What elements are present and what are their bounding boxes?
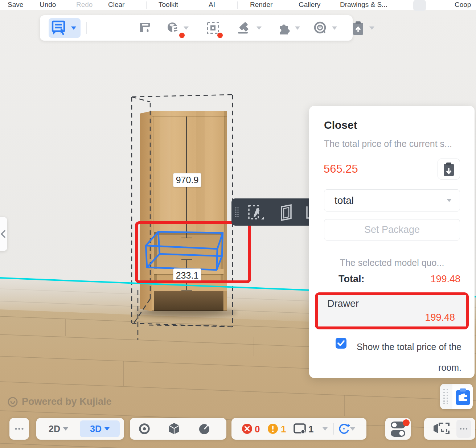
ellipsis-icon xyxy=(460,428,468,430)
menu-divider xyxy=(237,1,238,9)
chevron-down-icon[interactable] xyxy=(350,427,355,431)
menu-item-render[interactable]: Render xyxy=(250,1,272,9)
selection-total-row: Total: 199.48 xyxy=(324,274,460,285)
chevron-left-icon xyxy=(1,230,6,238)
chevron-down-icon xyxy=(71,26,76,30)
globe-sync-icon xyxy=(166,21,181,35)
menu-item-save[interactable]: Save xyxy=(8,1,23,9)
kujiale-logo-icon xyxy=(7,396,18,407)
screen-count: 1 xyxy=(308,424,313,435)
menu-item-ai[interactable]: AI xyxy=(209,1,215,9)
total-label: Total: xyxy=(338,274,364,285)
mode-2d-label: 2D xyxy=(49,424,60,434)
quote-clipboard-icon xyxy=(456,388,470,405)
chevron-down-icon xyxy=(295,26,300,30)
drag-handle-icon[interactable] xyxy=(234,207,239,218)
more-options-button[interactable] xyxy=(9,418,29,440)
annotate-select-button[interactable] xyxy=(49,18,81,38)
paint-roller-icon xyxy=(138,21,152,35)
app-window: Powered by Kujiale 970.9 233.1 xyxy=(0,0,476,448)
drag-handle[interactable] xyxy=(440,384,452,409)
total-value: 199.48 xyxy=(430,274,460,285)
mode-3d-button[interactable]: 3D xyxy=(80,420,120,437)
capture-bar xyxy=(424,418,475,440)
annotate-select-icon xyxy=(51,20,67,36)
screen-sync-icon[interactable] xyxy=(293,423,307,435)
panel-total-price: 565.25 xyxy=(324,163,358,176)
clipboard-download-icon xyxy=(442,161,455,177)
dial-target-icon xyxy=(313,21,327,35)
menu-item-undo[interactable]: Undo xyxy=(40,1,56,9)
mode-2d-button[interactable]: 2D xyxy=(49,418,68,440)
annotation-box-canvas xyxy=(135,221,251,283)
notification-badge xyxy=(179,33,185,38)
chevron-down-icon[interactable] xyxy=(323,427,328,431)
chevron-down-icon xyxy=(104,427,110,431)
chevron-down-icon xyxy=(447,199,452,202)
paint-roller-button[interactable] xyxy=(138,15,152,41)
show-room-price-label: Show the total price of the room. xyxy=(345,337,461,378)
set-package-label: Set Package xyxy=(364,224,420,235)
watermark-text: Powered by Kujiale xyxy=(22,396,112,407)
error-count: 0 xyxy=(255,424,260,435)
check-icon xyxy=(336,338,346,349)
ellipsis-icon xyxy=(15,427,24,430)
show-room-price-checkbox[interactable] xyxy=(336,338,346,349)
quote-clipboard-button[interactable] xyxy=(438,159,460,180)
edit-component-icon[interactable] xyxy=(247,204,265,221)
error-count-icon[interactable] xyxy=(242,423,253,434)
quote-panel-button[interactable] xyxy=(440,384,473,409)
selected-model-note: The selected model quo... xyxy=(324,258,460,268)
menu-item-clear[interactable]: Clear xyxy=(108,1,124,9)
sync-refresh-icon[interactable] xyxy=(338,423,350,435)
screen-record-icon[interactable] xyxy=(433,422,450,436)
context-toolbar xyxy=(231,198,313,226)
chevron-down-icon xyxy=(257,26,262,30)
line-item-row[interactable]: Drawer 199.48 xyxy=(318,295,466,326)
quote-scope-select[interactable]: total xyxy=(324,189,460,211)
closet-detail-panel: Closet The total price of the current s.… xyxy=(309,106,475,378)
chevron-down-icon xyxy=(332,26,337,30)
toggles-button[interactable] xyxy=(385,418,411,440)
line-item-name: Drawer xyxy=(327,298,359,309)
issues-status-bar: 0 1 1 xyxy=(231,418,366,440)
cube-view-icon[interactable] xyxy=(167,422,181,436)
notification-badge xyxy=(217,33,223,38)
performance-gauge-icon[interactable] xyxy=(197,422,211,436)
stamp-button[interactable] xyxy=(237,15,262,41)
mode-3d-label: 3D xyxy=(90,424,102,434)
main-toolbar xyxy=(40,15,353,41)
door-icon[interactable] xyxy=(279,204,294,221)
chevron-down-icon xyxy=(184,26,189,30)
panel-subtitle: The total price of the current s... xyxy=(324,139,462,149)
notification-badge xyxy=(403,419,410,426)
capture-more-button[interactable] xyxy=(456,420,471,438)
menu-bar: Save Undo Redo Clear Toolkit AI Render G… xyxy=(0,0,476,10)
quote-scope-value: total xyxy=(335,195,354,206)
set-package-button[interactable]: Set Package xyxy=(324,219,460,241)
marquee-select-icon xyxy=(206,21,220,35)
toolbar-divider xyxy=(86,22,87,34)
status-divider xyxy=(333,423,334,435)
dial-button[interactable] xyxy=(313,15,337,41)
menu-scroll-pill[interactable] xyxy=(413,0,426,11)
plugin-puzzle-icon xyxy=(276,21,290,35)
view-mode-switcher: 2D 3D xyxy=(36,418,124,440)
drag-dots-icon xyxy=(443,389,448,404)
clipboard-upload-button[interactable] xyxy=(351,15,374,41)
plugin-button[interactable] xyxy=(276,15,300,41)
menu-item-redo[interactable]: Redo xyxy=(76,1,93,9)
warning-count-icon[interactable] xyxy=(267,423,278,434)
annotation-box-panel: Drawer 199.48 xyxy=(315,292,469,329)
globe-sync-button[interactable] xyxy=(166,15,189,41)
eye-view-icon[interactable] xyxy=(138,422,151,435)
chevron-down-icon xyxy=(63,427,68,431)
menu-item-drawings[interactable]: Drawings & S... xyxy=(340,1,387,9)
menu-divider xyxy=(146,1,147,9)
chevron-down-icon xyxy=(369,26,374,30)
menu-item-toolkit[interactable]: Toolkit xyxy=(159,1,178,9)
menu-item-coop[interactable]: Coop xyxy=(455,1,471,9)
clipboard-upload-icon xyxy=(351,20,365,36)
menu-item-gallery[interactable]: Gallery xyxy=(299,1,320,9)
left-panel-collapse-button[interactable] xyxy=(0,217,7,251)
